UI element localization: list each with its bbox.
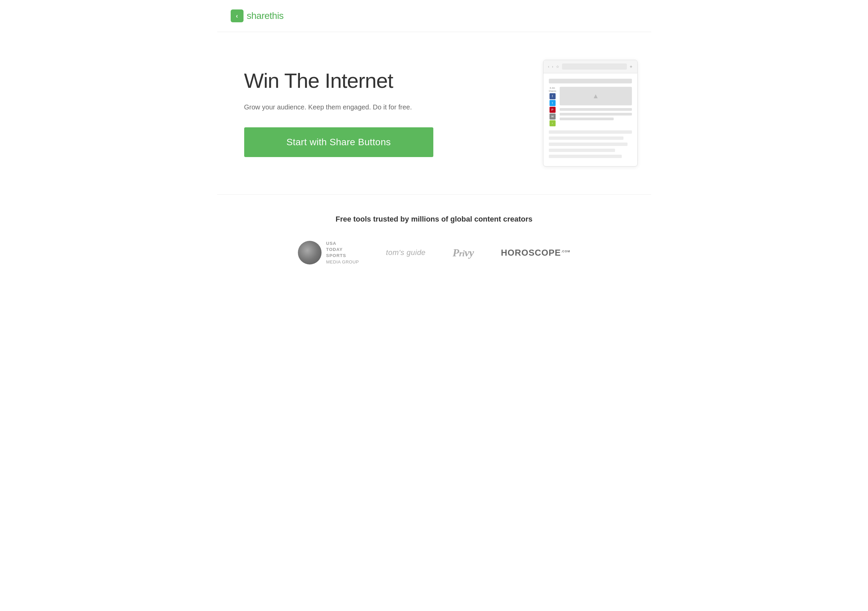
image-icon: ▲ — [592, 92, 599, 100]
text-line-1 — [560, 108, 632, 111]
bottom-bar-4 — [549, 149, 615, 152]
hero-section: Win The Internet Grow your audience. Kee… — [217, 32, 651, 194]
browser-mockup-container: ‹ › ☆ + 6.3mShares f t P ✉ ‹ — [543, 60, 638, 166]
toms-guide-text: tom's guide — [386, 248, 426, 257]
privy-logo: Privy — [453, 247, 474, 259]
sharethis-share-btn[interactable]: ‹ — [550, 120, 556, 126]
new-tab-icon[interactable]: + — [629, 64, 632, 69]
text-image-area: ▲ — [560, 87, 632, 126]
browser-content: 6.3mShares f t P ✉ ‹ ▲ — [543, 73, 637, 166]
bottom-content — [549, 130, 632, 158]
horoscope-com: .com — [561, 250, 570, 253]
usa-today-text: USATODAYSPORTSMEDIA GROUP — [326, 240, 359, 265]
hero-title: Win The Internet — [244, 69, 433, 92]
content-placeholder-bar-1 — [549, 79, 632, 84]
horoscope-logo: HOROSCOPE.com — [501, 248, 570, 258]
back-icon[interactable]: ‹ — [548, 65, 550, 68]
facebook-share-btn[interactable]: f — [550, 93, 556, 99]
usa-today-circle-icon — [298, 241, 322, 264]
usa-today-logo: USATODAYSPORTSMEDIA GROUP — [298, 240, 359, 265]
email-share-btn[interactable]: ✉ — [550, 113, 556, 119]
horoscope-text: HOROSCOPE.com — [501, 248, 570, 258]
pinterest-share-btn[interactable]: P — [550, 107, 556, 113]
bottom-bar-5 — [549, 155, 622, 158]
logos-row: USATODAYSPORTSMEDIA GROUP tom's guide Pr… — [231, 240, 638, 265]
content-area: 6.3mShares f t P ✉ ‹ ▲ — [549, 87, 632, 126]
site-header: ‹ sharethis — [217, 0, 651, 32]
privy-text: Privy — [453, 247, 474, 259]
cta-button[interactable]: Start with Share Buttons — [244, 127, 433, 157]
browser-chrome: ‹ › ☆ + — [543, 60, 637, 73]
hero-subtitle: Grow your audience. Keep them engaged. D… — [244, 103, 433, 111]
forward-icon[interactable]: › — [552, 65, 553, 68]
image-placeholder: ▲ — [560, 87, 632, 105]
text-lines — [560, 108, 632, 120]
logo-icon: ‹ — [231, 9, 243, 22]
toms-guide-logo: tom's guide — [386, 248, 426, 257]
browser-mockup: ‹ › ☆ + 6.3mShares f t P ✉ ‹ — [543, 60, 638, 166]
text-line-2 — [560, 113, 632, 116]
trusted-section: Free tools trusted by millions of global… — [217, 194, 651, 292]
twitter-share-btn[interactable]: t — [550, 100, 556, 106]
logo[interactable]: ‹ sharethis — [231, 9, 284, 22]
hero-content: Win The Internet Grow your audience. Kee… — [244, 69, 433, 157]
address-bar[interactable] — [562, 64, 627, 70]
bottom-bar-2 — [549, 136, 623, 140]
bottom-bar-1 — [549, 130, 632, 134]
bookmark-icon[interactable]: ☆ — [556, 65, 559, 69]
logo-text: sharethis — [247, 11, 284, 21]
text-line-3 — [560, 118, 614, 120]
bottom-bar-3 — [549, 143, 628, 146]
trusted-title: Free tools trusted by millions of global… — [231, 215, 638, 223]
share-count: 6.3mShares — [549, 87, 556, 93]
share-sidebar: 6.3mShares f t P ✉ ‹ — [549, 87, 556, 126]
